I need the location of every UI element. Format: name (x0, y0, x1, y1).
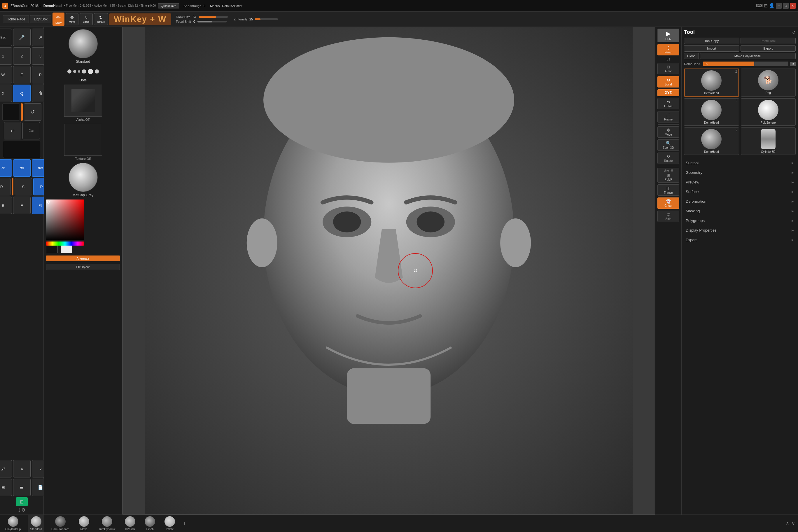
subtool-demohead3[interactable]: 2 DemoHead (684, 128, 739, 155)
subtool-cylinder[interactable]: Cylinder3D (741, 128, 796, 155)
homepage-btn[interactable]: Home Page (3, 15, 29, 23)
alt-key[interactable]: alt (0, 159, 12, 177)
move-btn[interactable]: ✥ Move (658, 126, 679, 138)
local-btn[interactable]: ⊙ Local (658, 76, 679, 88)
menu-display-props[interactable]: Display Properties ▶ (684, 226, 796, 235)
brush-trimdynamic[interactable]: TrimDynamic (96, 515, 118, 532)
menus-label[interactable]: Menus (210, 4, 220, 7)
grid-icon[interactable]: ⊞ (0, 479, 12, 496)
caret-up-icon[interactable]: ∧ (13, 460, 31, 477)
zintensity-slider[interactable] (254, 18, 278, 20)
brush-icon[interactable]: 🖌 (0, 460, 12, 477)
brush-damstandard[interactable]: DamStandard (49, 515, 72, 532)
minimize-btn[interactable]: ─ (776, 3, 782, 9)
menu-export[interactable]: Export ▶ (684, 235, 796, 244)
r-btn[interactable]: R (790, 62, 796, 66)
ctrl-key[interactable]: ctrl (13, 159, 31, 177)
r-key2[interactable]: R (0, 178, 11, 195)
rotate-btn[interactable]: ↻ Rotate (658, 153, 679, 164)
color-picker[interactable] (46, 200, 84, 240)
subtool-dog[interactable]: 🐕 Dog (741, 69, 796, 97)
menu-polygroups[interactable]: Polygroups ▶ (684, 216, 796, 225)
key-x[interactable]: X (0, 84, 12, 102)
clone-btn[interactable]: Clone (684, 53, 699, 59)
scale-btn[interactable]: ⤡ Scale (80, 13, 93, 25)
matcap-section[interactable]: MatCap Gray (46, 163, 120, 197)
key-w[interactable]: W (0, 66, 12, 83)
brush-label-clay: ClayBuildup (5, 528, 21, 531)
key-2[interactable]: 2 (13, 47, 31, 65)
persp-btn[interactable]: ⬡ Persp (658, 44, 679, 55)
key-e[interactable]: E (13, 66, 31, 83)
linefill-btn[interactable]: Line Fill ⊞ PolyF (658, 168, 679, 183)
quicksave-button[interactable]: QuickSave (158, 3, 179, 8)
brush-ball-pinch (145, 516, 155, 527)
menu-preview[interactable]: Preview ▶ (684, 178, 796, 187)
scroll-right-icon[interactable]: ∨ (792, 520, 795, 526)
brush-preview[interactable]: Standard (46, 29, 120, 63)
brush-ball-standard (31, 516, 41, 527)
fillobject-btn[interactable]: FillObject (46, 264, 120, 270)
subtool-demohead2[interactable]: 2 DemoHead (684, 98, 739, 126)
brush-pinch[interactable]: Pinch (142, 515, 157, 532)
menu-subtool[interactable]: Subtool ▶ (684, 158, 796, 167)
lsym-btn[interactable]: ⇋ L.Sym (658, 98, 679, 109)
menu-deformation[interactable]: Deformation ▶ (684, 197, 796, 206)
menu-geometry[interactable]: Geometry ▶ (684, 168, 796, 177)
b-key[interactable]: B (0, 196, 12, 214)
draw-btn[interactable]: ✏ Draw (53, 13, 64, 26)
xyz-btn[interactable]: XYZ (658, 89, 679, 96)
floor-btn[interactable]: ⊡ Floor (658, 63, 679, 74)
menu-surface[interactable]: Surface ▶ (684, 187, 796, 196)
texture-section[interactable]: Texture Off (46, 124, 120, 160)
focal-shift-slider[interactable] (197, 21, 227, 22)
brush-inflate[interactable]: Inflate (162, 515, 177, 532)
move-btn[interactable]: ✥ Move (65, 13, 78, 25)
alpha-section[interactable]: Alpha Off (46, 84, 120, 121)
lightbox-btn[interactable]: LightBox (30, 15, 51, 23)
key-1[interactable]: 1 (0, 47, 12, 65)
subtool-demohead1[interactable]: 2 DemoHead (684, 69, 739, 97)
esc-key[interactable]: Esc (0, 28, 12, 46)
brush-move[interactable]: Move (76, 515, 92, 532)
paste-tool-btn[interactable]: Paste Tool (741, 38, 796, 44)
solo-btn[interactable]: ◎ Solo (658, 211, 679, 222)
s-key[interactable]: S (15, 178, 32, 195)
bpr-btn[interactable]: ▶ BPR (658, 28, 679, 42)
subtool-polysphere[interactable]: PolySphere (741, 98, 796, 126)
maximize-btn[interactable]: □ (783, 3, 788, 9)
zoom3d-btn[interactable]: 🔍 Zoom3D (658, 139, 679, 151)
windows-icon[interactable]: ⊞ (16, 497, 28, 506)
key-q[interactable]: Q (13, 84, 31, 102)
ghost-btn[interactable]: 👻 Ghost (658, 197, 679, 209)
canvas-area[interactable]: ↺ (122, 27, 655, 514)
brush-standard[interactable]: Standard (28, 515, 44, 532)
rotate-key[interactable]: ↺ (24, 103, 41, 121)
menu-icon[interactable]: ☰ (13, 479, 31, 496)
svg-point-6 (417, 211, 445, 232)
dots-preview[interactable]: Dots (46, 66, 120, 82)
menu-masking[interactable]: Masking ▶ (684, 207, 796, 215)
script-label[interactable]: DefaultZScript (222, 4, 242, 7)
alternate-btn[interactable]: Alternate (46, 255, 120, 261)
f-key[interactable]: F (13, 196, 31, 214)
makepolymesh-btn[interactable]: Make PolyMesh3D (700, 53, 796, 59)
brush-hpolish[interactable]: hPolish (122, 515, 138, 532)
export-btn[interactable]: Export (741, 45, 796, 52)
demoh-slider[interactable]: 18 (703, 61, 788, 66)
undo-key[interactable]: ↩ (4, 122, 21, 139)
hue-bar[interactable] (46, 242, 84, 246)
copy-tool-btn[interactable]: Tool Copy (684, 38, 739, 44)
import-btn[interactable]: Import (684, 45, 739, 52)
brush-claybuildup[interactable]: ClayBuildup (3, 515, 23, 532)
draw-size-slider[interactable] (198, 16, 228, 18)
frame-btn[interactable]: ⬚ Frame (658, 111, 679, 122)
scroll-left-icon[interactable]: ∧ (786, 520, 789, 526)
refresh-icon[interactable]: ↺ (792, 30, 796, 35)
rotate-btn[interactable]: ↻ Rotate (94, 13, 108, 25)
mic-icon[interactable]: 🎤 (13, 28, 31, 46)
esc-key2[interactable]: Esc (22, 122, 40, 139)
transp-btn[interactable]: ◫ Transp (658, 184, 679, 196)
settings-icon[interactable]: ⚙ (21, 507, 25, 513)
close-btn[interactable]: ✕ (790, 3, 796, 9)
